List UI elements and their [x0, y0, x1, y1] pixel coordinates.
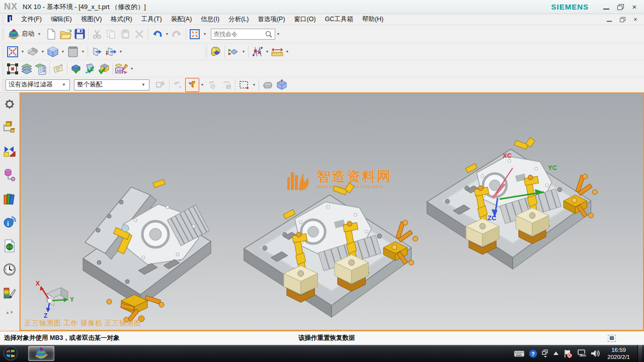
child-restore-button[interactable] [619, 17, 625, 22]
render-style-dropdown[interactable]: ▼ [81, 50, 85, 53]
window-restore-tray-icon[interactable] [542, 349, 548, 357]
save-button[interactable] [72, 27, 87, 41]
layer-settings-button[interactable] [20, 62, 34, 76]
restore-button[interactable] [617, 4, 624, 10]
hide-dimensions-dropdown[interactable]: ▼ [265, 50, 269, 53]
move-component-button[interactable] [6, 62, 20, 76]
volume-tray-icon[interactable] [591, 349, 600, 357]
toolbar-grip[interactable] [2, 79, 4, 90]
window-layout-button[interactable] [188, 27, 202, 41]
isometric-view-dropdown[interactable]: ▼ [61, 50, 65, 53]
toolbar-grip[interactable] [2, 45, 4, 58]
measure-button[interactable] [270, 45, 284, 59]
orient-view-button[interactable] [26, 45, 40, 59]
edit-object-display-button[interactable]: ABC [115, 62, 129, 76]
new-file-button[interactable] [44, 27, 58, 41]
fixture-assembly-left[interactable] [83, 179, 211, 322]
layer-visible-button[interactable] [34, 62, 48, 76]
menu-view[interactable]: 视图(V) [76, 14, 107, 25]
menu-edit[interactable]: 编辑(E) [46, 14, 76, 25]
help-tray-icon[interactable]: ? [529, 349, 537, 358]
menu-preferences[interactable]: 首选项(P) [253, 14, 289, 25]
fit-view-button[interactable] [6, 45, 20, 59]
isometric-view-button[interactable] [46, 45, 60, 59]
toolbar-grip[interactable] [205, 45, 207, 58]
show-hidden-icons[interactable] [553, 351, 559, 356]
keyboard-tray-icon[interactable] [514, 350, 524, 357]
start-orb[interactable] [2, 346, 19, 361]
child-close-button[interactable]: × [632, 17, 638, 22]
tray-clock[interactable]: 16:59 2020/2/1 [607, 346, 630, 361]
check-clearance-button[interactable] [97, 62, 111, 76]
close-button[interactable]: × [631, 4, 638, 10]
marquee-select-dropdown[interactable]: ▼ [252, 83, 256, 86]
search-dropdown[interactable]: ▼ [276, 32, 280, 36]
menu-information[interactable]: 信息(I) [196, 14, 224, 25]
nx-task-button[interactable] [28, 346, 54, 361]
dialog-rail-icon[interactable] [608, 335, 616, 342]
3d-models[interactable]: XC YC ZC X [21, 94, 643, 330]
search-icon[interactable] [265, 30, 273, 38]
check-fixture-button[interactable] [83, 62, 97, 76]
reuse-library-icon[interactable] [2, 191, 17, 206]
fit-view-dropdown[interactable]: ▼ [21, 50, 25, 53]
roles-gear-icon[interactable] [2, 97, 17, 112]
toolbar-grip[interactable] [2, 15, 4, 24]
orient-view-dropdown[interactable]: ▼ [41, 50, 45, 53]
section-dropdown[interactable]: ▼ [119, 50, 123, 53]
prev-selection-button [171, 78, 185, 92]
object-display-dropdown[interactable]: ▼ [242, 50, 246, 53]
window-layout-dropdown[interactable]: ▼ [203, 32, 207, 36]
menu-tools[interactable]: 工具(T) [137, 14, 167, 25]
child-minimize-button[interactable] [606, 17, 612, 22]
true-shading-button[interactable] [209, 45, 223, 59]
utility-more-dropdown[interactable]: ▼ [130, 67, 134, 70]
menu-file[interactable]: 文件(F) [17, 14, 46, 25]
menu-window[interactable]: 窗口(O) [290, 14, 320, 25]
examine-geometry-button[interactable] [69, 62, 83, 76]
materials-palette-icon[interactable] [2, 286, 17, 301]
graphics-viewport[interactable]: 智造资料网 WWW.ZHIZAOZILIAO.COM DATA [20, 93, 644, 331]
menu-help[interactable]: 帮助(H) [358, 14, 388, 25]
selection-filter-dropdown[interactable]: ▼ [200, 83, 204, 86]
show-desktop-button[interactable] [637, 345, 642, 362]
minimize-button[interactable] [603, 4, 610, 10]
toolbar-grip[interactable] [2, 62, 4, 75]
start-menu-button[interactable]: 启动 ▼ [6, 27, 44, 42]
part-navigator-icon[interactable] [2, 167, 17, 183]
network-tray-icon[interactable] [577, 349, 586, 357]
search-input[interactable] [213, 31, 265, 38]
menu-assemblies[interactable]: 装配(A) [167, 14, 197, 25]
wcs-cube-button[interactable] [275, 78, 289, 92]
command-finder[interactable] [211, 29, 275, 40]
fixture-assembly-middle[interactable] [244, 183, 418, 317]
hd3d-info-icon[interactable]: i [2, 215, 17, 230]
assembly-navigator-icon[interactable] [2, 120, 17, 135]
title-bar: NX NX 10 - 基本环境 - [49_x_t.prt （修改的）] SIE… [0, 0, 644, 14]
selection-filter-highlight-button[interactable] [185, 78, 199, 92]
selection-filter-combo[interactable]: 没有选择过滤器 ▼ [6, 79, 70, 90]
menu-format[interactable]: 格式(R) [106, 14, 136, 25]
web-browser-icon[interactable] [2, 238, 17, 253]
undo-dropdown[interactable]: ▼ [165, 32, 169, 36]
measure-dropdown[interactable]: ▼ [285, 50, 289, 53]
render-style-button[interactable] [66, 45, 80, 59]
fixture-assembly-right[interactable] [427, 137, 598, 269]
edit-section-button[interactable] [104, 45, 118, 59]
general-object-button[interactable] [261, 78, 275, 92]
marquee-select-button[interactable] [237, 78, 251, 92]
object-display-button[interactable] [226, 45, 240, 59]
selection-scope-combo[interactable]: 整个装配 ▼ [74, 79, 149, 90]
undo-button[interactable] [150, 27, 164, 41]
annotation-note-button[interactable] [51, 62, 65, 76]
menu-gc-toolbox[interactable]: GC工具箱 [320, 14, 358, 25]
open-file-button[interactable] [58, 27, 72, 41]
toolbar-grip[interactable] [2, 27, 4, 41]
hide-dimensions-button[interactable] [250, 45, 264, 59]
menu-analysis[interactable]: 分析(L) [224, 14, 253, 25]
resource-bar-expander[interactable]: ▲▼ [6, 310, 14, 315]
history-icon[interactable] [2, 262, 17, 277]
section-view-button[interactable] [90, 45, 104, 59]
action-center-flag-icon[interactable] [564, 349, 573, 358]
constraint-navigator-icon[interactable] [2, 144, 17, 159]
